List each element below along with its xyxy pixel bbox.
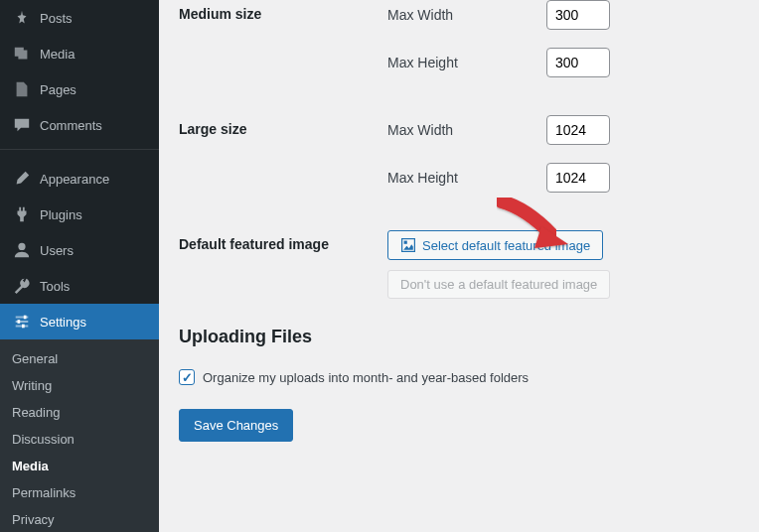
max-width-label: Max Width <box>387 122 546 138</box>
svg-rect-2 <box>18 320 21 324</box>
plug-icon <box>12 204 32 224</box>
sidebar-item-comments[interactable]: Comments <box>0 107 159 143</box>
comments-icon <box>12 115 32 135</box>
menu-label: Appearance <box>40 172 109 187</box>
organize-uploads-row: ✓ Organize my uploads into month- and ye… <box>179 369 739 385</box>
menu-label: Pages <box>40 82 76 97</box>
settings-submenu: General Writing Reading Discussion Media… <box>0 339 159 532</box>
remove-featured-image-button: Don't use a default featured image <box>387 270 610 299</box>
medium-size-row: Medium size Max Width Max Height <box>179 0 739 95</box>
featured-image-label: Default featured image <box>179 230 387 299</box>
svg-rect-1 <box>24 316 27 320</box>
organize-uploads-label: Organize my uploads into month- and year… <box>203 370 529 385</box>
large-size-label: Large size <box>179 115 387 210</box>
settings-content: Medium size Max Width Max Height Large s… <box>159 0 759 532</box>
image-icon <box>400 237 416 253</box>
admin-sidebar: Posts Media Pages Comments Appearance Pl… <box>0 0 159 532</box>
sidebar-item-plugins[interactable]: Plugins <box>0 197 159 232</box>
sidebar-item-media[interactable]: Media <box>0 36 159 71</box>
svg-rect-3 <box>22 325 25 329</box>
menu-label: Plugins <box>40 207 82 222</box>
submenu-reading[interactable]: Reading <box>0 399 159 426</box>
brush-icon <box>12 169 32 189</box>
max-width-label: Max Width <box>387 7 546 23</box>
medium-height-input[interactable] <box>546 48 610 77</box>
menu-label: Posts <box>40 11 73 26</box>
organize-uploads-checkbox[interactable]: ✓ <box>179 369 195 385</box>
submenu-permalinks[interactable]: Permalinks <box>0 479 159 506</box>
sidebar-item-settings[interactable]: Settings <box>0 304 159 339</box>
large-width-input[interactable] <box>546 115 610 145</box>
large-size-row: Large size Max Width Max Height <box>179 115 739 210</box>
user-icon <box>12 240 32 260</box>
submenu-writing[interactable]: Writing <box>0 372 159 399</box>
sliders-icon <box>12 312 32 332</box>
max-height-label: Max Height <box>387 170 546 186</box>
submenu-media[interactable]: Media <box>0 453 159 479</box>
submenu-privacy[interactable]: Privacy <box>0 506 159 532</box>
uploading-files-heading: Uploading Files <box>179 327 739 347</box>
wrench-icon <box>12 276 32 296</box>
menu-label: Settings <box>40 315 86 330</box>
submenu-discussion[interactable]: Discussion <box>0 426 159 453</box>
pin-icon <box>12 8 32 28</box>
sidebar-item-posts[interactable]: Posts <box>0 0 159 36</box>
medium-width-input[interactable] <box>546 0 610 30</box>
svg-rect-5 <box>404 241 407 244</box>
menu-label: Comments <box>40 118 102 133</box>
media-icon <box>12 44 32 64</box>
sidebar-item-appearance[interactable]: Appearance <box>0 161 159 197</box>
select-featured-image-button[interactable]: Select default featured image <box>387 230 603 260</box>
sidebar-item-users[interactable]: Users <box>0 232 159 268</box>
menu-label: Users <box>40 243 74 258</box>
menu-separator <box>0 149 159 161</box>
large-height-input[interactable] <box>546 163 610 193</box>
save-changes-button[interactable]: Save Changes <box>179 409 293 442</box>
sidebar-item-tools[interactable]: Tools <box>0 268 159 304</box>
medium-size-label: Medium size <box>179 0 387 95</box>
sidebar-item-pages[interactable]: Pages <box>0 71 159 107</box>
menu-label: Tools <box>40 279 70 294</box>
menu-label: Media <box>40 47 75 62</box>
pages-icon <box>12 79 32 99</box>
max-height-label: Max Height <box>387 55 546 70</box>
featured-image-row: Default featured image Select default fe… <box>179 230 739 299</box>
select-featured-image-label: Select default featured image <box>422 238 590 253</box>
submenu-general[interactable]: General <box>0 345 159 372</box>
svg-point-0 <box>18 243 25 250</box>
